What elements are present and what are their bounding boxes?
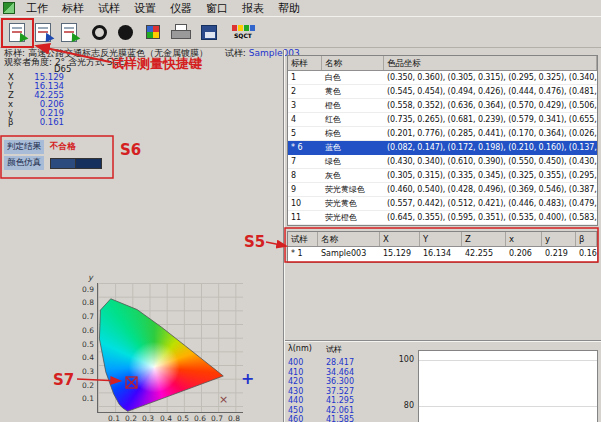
shortcut-annotation: 试样测量快捷键 <box>111 55 202 73</box>
spectral-row: 44041.295 <box>288 396 354 406</box>
y-axis-label: y <box>88 273 93 282</box>
menu-item-report[interactable]: 报表 <box>235 0 271 17</box>
spectral-row: 46041.585 <box>288 415 354 422</box>
spectral-table-header: λ(nm) 试样 <box>288 344 354 355</box>
spectral-chart <box>418 350 598 422</box>
y-tick: 0.6 <box>78 326 94 335</box>
measure-sample-icon[interactable] <box>4 19 30 45</box>
sample-color-swatch <box>76 158 102 169</box>
table-row[interactable]: 10荧光黄色(0.557, 0.442), (0.512, 0.421), (0… <box>288 197 597 211</box>
annotation-s7: S7 <box>53 371 74 389</box>
judge-panel: 判定结果 不合格 颜色仿真 <box>4 139 110 175</box>
x-tick: 0.1 <box>106 414 122 422</box>
spectral-row: 43037.527 <box>288 387 354 397</box>
menu-item-work[interactable]: 工作 <box>19 0 55 17</box>
spectral-ytick: 80 <box>392 401 414 410</box>
standard-color-swatch <box>50 158 76 169</box>
standards-table: 标样 名称 色品坐标 1白色(0.350, 0.360), (0.305, 0.… <box>287 55 598 226</box>
x-tick: 0.6 <box>192 414 208 422</box>
y-tick: 0.9 <box>78 285 94 294</box>
table-row[interactable]: 2黄色(0.545, 0.454), (0.494, 0.426), (0.44… <box>288 85 597 99</box>
x-marker-icon: × <box>219 393 228 406</box>
value-row: β0.161 <box>8 118 64 127</box>
x-tick: 0.3 <box>140 414 156 422</box>
tristimulus-values: X15.129 Y16.134 Z42.255 x0.206 y0.219 β0… <box>8 73 64 127</box>
table-row-selected[interactable]: * 6蓝色(0.082, 0.147), (0.172, 0.198), (0.… <box>288 141 597 155</box>
x-tick: 0.2 <box>123 414 139 422</box>
color-palette-icon[interactable] <box>140 19 166 45</box>
menu-item-help[interactable]: 帮助 <box>271 0 307 17</box>
printer-icon[interactable] <box>168 19 194 45</box>
spectral-row: 40028.417 <box>288 358 354 368</box>
color-simulation-label: 颜色仿真 <box>4 156 44 170</box>
table-row[interactable]: 7绿色(0.430, 0.340), (0.610, 0.390), (0.55… <box>288 155 597 169</box>
save-icon[interactable] <box>196 19 222 45</box>
annotation-s6: S6 <box>120 141 141 159</box>
annotation-s5: S5 <box>244 233 265 251</box>
table-row[interactable]: 9荧光黄绿色(0.460, 0.540), (0.428, 0.496), (0… <box>288 183 597 197</box>
x-tick: 0.8 <box>226 414 242 422</box>
gridline <box>419 360 597 361</box>
table-row[interactable]: 8灰色(0.305, 0.315), (0.335, 0.345), (0.32… <box>288 169 597 183</box>
black-calibration-icon[interactable] <box>112 19 138 45</box>
spectral-row: 45042.061 <box>288 406 354 416</box>
table-row[interactable]: 4红色(0.735, 0.265), (0.681, 0.239), (0.57… <box>288 113 597 127</box>
sqct-icon[interactable]: SQCT <box>228 19 258 45</box>
spectral-row: 42036.300 <box>288 377 354 387</box>
y-tick: 0.2 <box>78 381 94 390</box>
sample-table-header: 试样 名称 X Y Z x y β <box>288 232 597 247</box>
sample-table-row[interactable]: * 1 Sample003 15.129 16.134 42.255 0.206… <box>288 247 597 262</box>
sample-table: 试样 名称 X Y Z x y β * 1 Sample003 15.129 1… <box>287 231 598 263</box>
x-tick: 0.5 <box>175 414 191 422</box>
standards-table-header: 标样 名称 色品坐标 <box>288 56 597 71</box>
horizontal-divider <box>285 340 601 342</box>
spectral-table: λ(nm) 试样 40028.417 41034.464 42036.300 4… <box>288 344 354 422</box>
y-tick: 0.1 <box>78 394 94 403</box>
y-tick: 0.5 <box>78 340 94 349</box>
menu-item-window[interactable]: 窗口 <box>199 0 235 17</box>
judge-result-value: 不合格 <box>50 141 76 153</box>
vertical-divider <box>283 50 285 422</box>
target-aperture-icon[interactable] <box>86 19 112 45</box>
crosshair-plus-icon[interactable]: + <box>241 369 254 388</box>
app-window: { "colors": { "window_bg": "#d6d3ce", "s… <box>0 0 601 422</box>
table-row[interactable]: 3橙色(0.558, 0.352), (0.636, 0.364), (0.57… <box>288 99 597 113</box>
menu-bar: 工作 标样 试样 设置 仪器 窗口 报表 帮助 <box>0 0 601 17</box>
x-tick: 0.7 <box>209 414 225 422</box>
table-row[interactable]: 1白色(0.350, 0.360), (0.305, 0.315), (0.29… <box>288 71 597 85</box>
menu-item-sample[interactable]: 试样 <box>91 0 127 17</box>
y-tick: 0.7 <box>78 312 94 321</box>
x-tick: 0.4 <box>158 414 174 422</box>
gridline <box>419 406 597 407</box>
spectral-row: 41034.464 <box>288 368 354 378</box>
y-tick: 0.4 <box>78 353 94 362</box>
judge-result-label: 判定结果 <box>4 140 44 154</box>
y-tick: 0.3 <box>78 367 94 376</box>
menu-item-instrument[interactable]: 仪器 <box>163 0 199 17</box>
continuous-measure-icon[interactable] <box>56 19 82 45</box>
menu-item-settings[interactable]: 设置 <box>127 0 163 17</box>
table-row[interactable]: 11荧光橙色(0.645, 0.355), (0.595, 0.351), (0… <box>288 211 597 225</box>
app-icon <box>3 2 15 14</box>
spectral-ytick: 100 <box>392 355 414 364</box>
table-row[interactable]: 5棕色(0.201, 0.776), (0.285, 0.441), (0.17… <box>288 127 597 141</box>
sqct-label: SQCT <box>234 32 252 39</box>
measure-standard-icon[interactable] <box>30 19 56 45</box>
toolbar: SQCT <box>0 17 601 48</box>
y-tick: 0.8 <box>78 298 94 307</box>
menu-item-standard[interactable]: 标样 <box>55 0 91 17</box>
sample-label: 试样: <box>225 48 246 58</box>
